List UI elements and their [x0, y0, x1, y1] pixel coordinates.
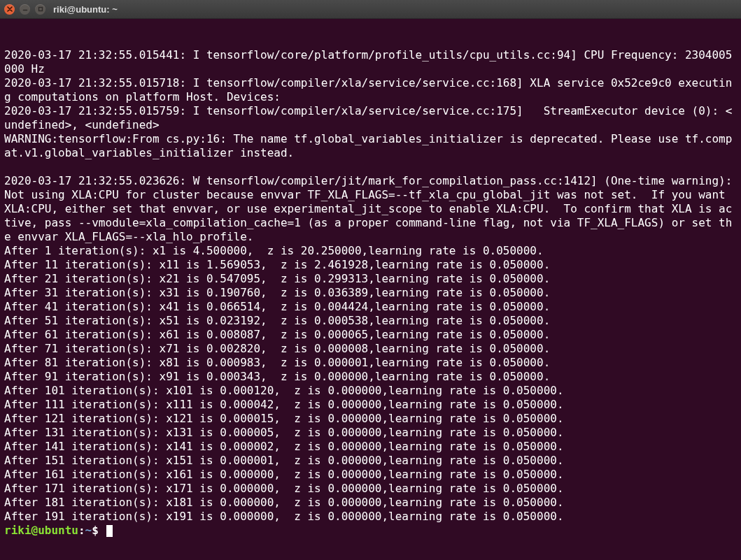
terminal-window: riki@ubuntu: ~ 2020-03-17 21:32:55.01544… [0, 0, 741, 560]
prompt-path: ~ [85, 524, 92, 537]
maximize-icon[interactable] [35, 4, 45, 15]
terminal-body[interactable]: 2020-03-17 21:32:55.015441: I tensorflow… [0, 19, 741, 560]
shell-prompt: riki@ubuntu:~$ [4, 524, 106, 537]
prompt-separator: : [78, 524, 85, 537]
titlebar[interactable]: riki@ubuntu: ~ [0, 0, 741, 19]
minimize-icon[interactable] [20, 4, 30, 15]
prompt-user-host: riki@ubuntu [4, 524, 78, 537]
svg-rect-0 [38, 8, 42, 11]
close-icon[interactable] [4, 4, 15, 15]
window-title: riki@ubuntu: ~ [53, 4, 118, 15]
terminal-output: 2020-03-17 21:32:55.015441: I tensorflow… [4, 48, 737, 524]
cursor-icon [106, 525, 113, 537]
prompt-symbol: $ [92, 524, 99, 537]
